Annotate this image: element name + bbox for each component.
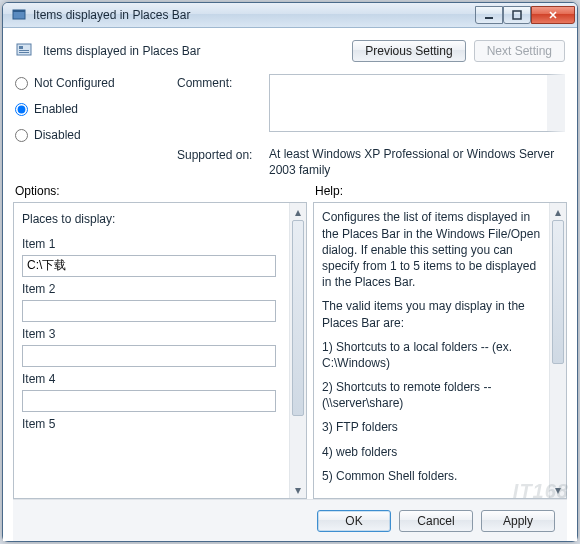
- ok-button[interactable]: OK: [317, 510, 391, 532]
- content-area: Items displayed in Places Bar Previous S…: [3, 28, 577, 541]
- button-bar: OK Cancel Apply: [13, 499, 567, 541]
- help-text: 3) FTP folders: [322, 419, 545, 435]
- close-button[interactable]: [531, 6, 575, 24]
- help-text: The valid items you may display in the P…: [322, 298, 545, 330]
- help-scrollbar[interactable]: ▴ ▾: [549, 203, 566, 498]
- item3-label: Item 3: [22, 326, 285, 342]
- supported-on-value: At least Windows XP Professional or Wind…: [269, 146, 565, 178]
- apply-button[interactable]: Apply: [481, 510, 555, 532]
- radio-enabled[interactable]: Enabled: [15, 102, 163, 116]
- next-setting-button: Next Setting: [474, 40, 565, 62]
- options-scrollbar[interactable]: ▴ ▾: [289, 203, 306, 498]
- svg-rect-6: [19, 50, 29, 51]
- help-text: Configures the list of items displayed i…: [322, 209, 545, 290]
- radio-disabled[interactable]: Disabled: [15, 128, 163, 142]
- item5-label: Item 5: [22, 416, 285, 432]
- supported-on-label: Supported on:: [177, 146, 269, 162]
- help-text: 4) web folders: [322, 444, 545, 460]
- app-icon: [11, 7, 27, 23]
- item3-input[interactable]: [22, 345, 276, 367]
- header-label: Items displayed in Places Bar: [43, 44, 344, 58]
- svg-rect-4: [17, 44, 31, 55]
- svg-rect-7: [19, 52, 29, 53]
- policy-icon: [15, 41, 35, 61]
- help-text: 1) Shortcuts to a local folders -- (ex. …: [322, 339, 545, 371]
- dialog-window: Items displayed in Places Bar Items disp…: [2, 2, 578, 542]
- svg-rect-5: [19, 46, 23, 49]
- help-pane: Configures the list of items displayed i…: [313, 202, 567, 499]
- item2-input[interactable]: [22, 300, 276, 322]
- cancel-button[interactable]: Cancel: [399, 510, 473, 532]
- scroll-down-icon[interactable]: ▾: [550, 481, 566, 498]
- previous-setting-button[interactable]: Previous Setting: [352, 40, 465, 62]
- state-radio-group: Not Configured Enabled Disabled: [15, 74, 163, 178]
- scroll-up-icon[interactable]: ▴: [550, 203, 566, 220]
- radio-not-configured[interactable]: Not Configured: [15, 76, 163, 90]
- help-section-label: Help:: [315, 184, 343, 198]
- svg-rect-1: [13, 10, 25, 12]
- minimize-button[interactable]: [475, 6, 503, 24]
- options-pane: Places to display: Item 1 Item 2 Item 3 …: [13, 202, 307, 499]
- svg-rect-2: [485, 17, 493, 19]
- options-group-title: Places to display:: [22, 211, 285, 227]
- comment-label: Comment:: [177, 74, 269, 90]
- maximize-button[interactable]: [503, 6, 531, 24]
- scroll-down-icon[interactable]: ▾: [290, 481, 306, 498]
- scroll-up-icon[interactable]: ▴: [290, 203, 306, 220]
- svg-rect-3: [513, 11, 521, 19]
- item1-label: Item 1: [22, 236, 285, 252]
- options-section-label: Options:: [15, 184, 315, 198]
- titlebar[interactable]: Items displayed in Places Bar: [3, 3, 577, 28]
- item4-input[interactable]: [22, 390, 276, 412]
- help-text: 2) Shortcuts to remote folders -- (\\ser…: [322, 379, 545, 411]
- item4-label: Item 4: [22, 371, 285, 387]
- item2-label: Item 2: [22, 281, 285, 297]
- item1-input[interactable]: [22, 255, 276, 277]
- help-text: 5) Common Shell folders.: [322, 468, 545, 484]
- window-title: Items displayed in Places Bar: [33, 8, 475, 22]
- comment-textarea[interactable]: [269, 74, 565, 132]
